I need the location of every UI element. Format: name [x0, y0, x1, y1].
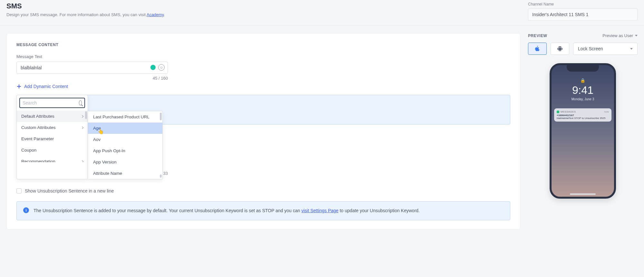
- attribute-item[interactable]: Last Purchased Product URL: [88, 111, 162, 123]
- chevron-down-icon: [630, 48, 633, 50]
- category-label: Event Parameter: [21, 136, 54, 141]
- unsub-info-note: i The Unsubscription Sentence is added t…: [16, 201, 510, 220]
- category-label: Custom Attributes: [21, 125, 56, 130]
- category-item[interactable]: Event Parameter: [17, 133, 88, 144]
- category-label: Coupon: [21, 148, 36, 153]
- category-item[interactable]: Coupon: [17, 144, 88, 156]
- dynamic-attribute-panel: Last Purchased Product URLAge👆AovApp Pus…: [88, 111, 163, 179]
- academy-link[interactable]: Academy: [147, 12, 164, 17]
- dynamic-search-input[interactable]: [23, 100, 79, 105]
- cursor-pointer-icon: 👆: [98, 128, 104, 134]
- preview-android-button[interactable]: [551, 43, 569, 55]
- attribute-item[interactable]: Aov: [88, 134, 162, 145]
- phone-clock: 9:41: [552, 84, 614, 96]
- category-item[interactable]: Recommendation: [17, 156, 88, 162]
- chevron-right-icon: [81, 126, 83, 129]
- notif-time: now: [604, 110, 609, 113]
- attribute-item[interactable]: App Version: [88, 156, 162, 168]
- visit-settings-link[interactable]: visit Settings Page: [301, 208, 338, 213]
- attribute-scrollbar-top[interactable]: [160, 113, 162, 120]
- show-unsub-checkbox[interactable]: [16, 188, 22, 193]
- preview-ios-button[interactable]: [528, 43, 547, 55]
- attribute-item[interactable]: App Push Opt-In: [88, 145, 162, 156]
- channel-name-input[interactable]: [528, 8, 638, 21]
- status-dot-icon: [150, 65, 156, 70]
- phone-date: Monday, June 3: [552, 97, 614, 101]
- phone-notification: MESSAGES now +16064412167 blalblalnlalTe…: [554, 108, 611, 122]
- preview-as-user-label: Preview as User: [602, 33, 633, 38]
- add-dynamic-content-button[interactable]: Add Dynamic Content: [16, 84, 510, 89]
- chevron-right-icon: [81, 115, 83, 117]
- note-text-post: to update your Unsubscription Keyword.: [339, 208, 420, 213]
- home-indicator: [570, 193, 596, 195]
- subtitle-pre: Design your SMS message. For more inform…: [6, 12, 147, 17]
- notif-body: blalblalnlalText STOP to Unsubscribe 352…: [557, 117, 609, 120]
- lock-icon: 🔒: [580, 78, 585, 83]
- plus-icon: [16, 84, 22, 89]
- chevron-right-icon: [81, 160, 83, 162]
- preview-as-user-dropdown[interactable]: Preview as User: [602, 33, 638, 38]
- category-scrollbar[interactable]: [85, 111, 87, 119]
- subtitle-post: .: [164, 12, 165, 17]
- dynamic-search-box[interactable]: [19, 98, 85, 108]
- add-dynamic-label: Add Dynamic Content: [24, 84, 68, 89]
- phone-preview: 🔒 9:41 Monday, June 3 MESSAGES now +1606…: [550, 63, 616, 199]
- category-label: Default Attributes: [21, 114, 54, 119]
- notif-sender-number: +16064412167: [557, 114, 609, 117]
- attribute-item[interactable]: Attribute Name: [88, 168, 162, 179]
- dynamic-category-panel: Default AttributesCustom AttributesEvent…: [16, 95, 88, 179]
- channel-name-label: Channel Name: [528, 2, 638, 6]
- search-icon: [79, 100, 82, 105]
- app-dot-icon: [557, 111, 559, 113]
- message-text-input[interactable]: [16, 62, 168, 74]
- page-title: SMS: [6, 2, 165, 10]
- preview-screen-label: Lock Screen: [578, 46, 603, 51]
- notif-app-name: MESSAGES: [561, 110, 576, 113]
- chevron-down-icon: [635, 35, 638, 36]
- segment-count: 33: [163, 171, 168, 176]
- category-label: Recommendation: [21, 159, 55, 162]
- preview-screen-select[interactable]: Lock Screen: [573, 43, 638, 55]
- message-content-card: MESSAGE CONTENT Message Text ☺ 45 / 160 …: [6, 33, 520, 230]
- attribute-item[interactable]: Age👆: [88, 123, 162, 134]
- emoji-picker-button[interactable]: ☺: [158, 64, 165, 71]
- preview-title: PREVIEW: [528, 34, 547, 38]
- apple-icon: [535, 46, 540, 52]
- char-counter: 45 / 160: [16, 76, 168, 81]
- message-content-title: MESSAGE CONTENT: [16, 43, 510, 47]
- category-item[interactable]: Custom Attributes: [17, 122, 88, 133]
- note-text-pre: The Unsubscription Sentence is added to …: [34, 208, 301, 213]
- android-icon: [557, 46, 562, 52]
- message-text-label: Message Text: [16, 54, 510, 59]
- page-subtitle: Design your SMS message. For more inform…: [6, 12, 165, 17]
- phone-notch: [567, 65, 599, 72]
- category-item[interactable]: Default Attributes: [17, 111, 88, 122]
- attribute-scrollbar-bottom[interactable]: [160, 174, 162, 178]
- info-icon: i: [23, 207, 29, 213]
- show-unsub-label: Show Unsubscription Sentence in a new li…: [25, 188, 114, 193]
